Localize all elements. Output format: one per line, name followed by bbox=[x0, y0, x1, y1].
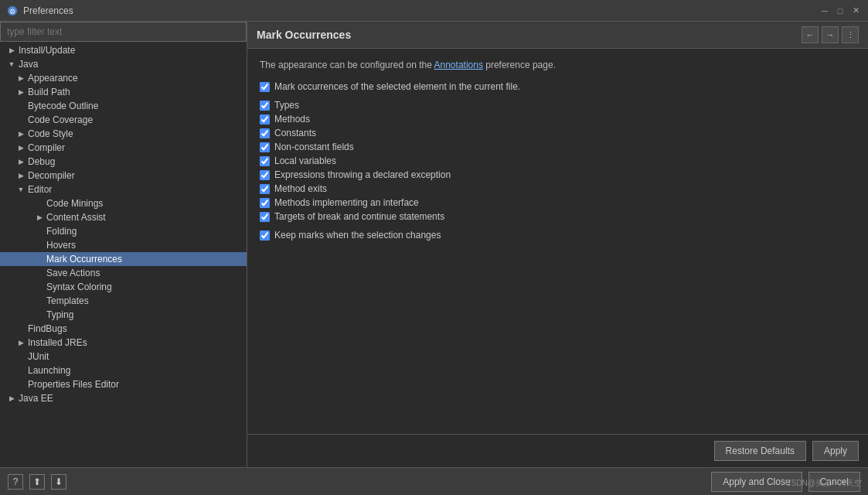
tree-area: ▶Install/Update▼Java▶Appearance▶Build Pa… bbox=[0, 42, 247, 467]
expand-icon: ▼ bbox=[15, 186, 26, 193]
sidebar-item-label: Installed JREs bbox=[28, 337, 87, 348]
sidebar-item-appearance[interactable]: ▶Appearance bbox=[0, 71, 247, 85]
sidebar-item-label: Folding bbox=[46, 226, 77, 237]
sidebar-item-label: Syntax Coloring bbox=[46, 282, 112, 292]
panel-title: Mark Occurrences bbox=[257, 29, 351, 41]
sidebar-item-save-actions[interactable]: Save Actions bbox=[0, 266, 247, 280]
sidebar-item-label: Appearance bbox=[28, 73, 78, 84]
back-button[interactable]: ← bbox=[802, 26, 819, 43]
sidebar-item-typing[interactable]: Typing bbox=[0, 308, 247, 322]
sidebar-item-code-style[interactable]: ▶Code Style bbox=[0, 127, 247, 141]
sidebar-item-java[interactable]: ▼Java bbox=[0, 57, 247, 71]
sidebar-item-code-minings[interactable]: Code Minings bbox=[0, 196, 247, 210]
sidebar-item-label: Install/Update bbox=[19, 45, 75, 56]
checkbox-targets-of-break[interactable] bbox=[260, 212, 270, 222]
checkbox-label-expressions-throwing[interactable]: Expressions throwing a declared exceptio… bbox=[274, 169, 451, 180]
checkbox-methods[interactable] bbox=[260, 114, 270, 125]
sidebar-item-label: Templates bbox=[46, 295, 89, 306]
checkbox-types[interactable] bbox=[260, 101, 270, 111]
keep-marks-label[interactable]: Keep marks when the selection changes bbox=[274, 230, 441, 241]
checkbox-label-non-constant-fields[interactable]: Non-constant fields bbox=[274, 142, 354, 152]
main-content: ▶Install/Update▼Java▶Appearance▶Build Pa… bbox=[0, 22, 868, 467]
annotations-link[interactable]: Annotations bbox=[434, 60, 483, 70]
sidebar-item-label: Bytecode Outline bbox=[28, 101, 98, 111]
main-occurrences-label[interactable]: Mark occurrences of the selected element… bbox=[274, 81, 520, 92]
checkbox-label-methods[interactable]: Methods bbox=[274, 114, 310, 125]
sidebar-item-label: Compiler bbox=[28, 142, 65, 153]
restore-defaults-button[interactable]: Restore Defaults bbox=[714, 441, 806, 461]
checkbox-constants[interactable] bbox=[260, 128, 270, 138]
sidebar-item-mark-occurrences[interactable]: Mark Occurrences bbox=[0, 252, 247, 266]
panel-footer: Restore Defaults Apply bbox=[247, 434, 868, 467]
forward-button[interactable]: → bbox=[822, 26, 839, 43]
export-icon[interactable]: ⬇ bbox=[51, 474, 66, 490]
sidebar-item-installed-jres[interactable]: ▶Installed JREs bbox=[0, 336, 247, 350]
sidebar-item-editor[interactable]: ▼Editor bbox=[0, 183, 247, 196]
help-icon[interactable]: ? bbox=[8, 474, 23, 490]
import-icon[interactable]: ⬆ bbox=[29, 474, 45, 490]
sidebar-item-label: Properties Files Editor bbox=[28, 379, 119, 390]
checkbox-label-types[interactable]: Types bbox=[274, 100, 299, 111]
sidebar-item-folding[interactable]: Folding bbox=[0, 224, 247, 238]
sidebar-item-label: Mark Occurrences bbox=[46, 254, 122, 265]
expand-icon: ▶ bbox=[15, 88, 26, 96]
right-panel: Mark Occurrences ← → ⋮ The appearance ca… bbox=[247, 22, 868, 467]
checkbox-method-exits[interactable] bbox=[260, 184, 270, 194]
restore-button[interactable]: □ bbox=[834, 5, 846, 17]
sidebar-item-templates[interactable]: Templates bbox=[0, 294, 247, 308]
sidebar-item-label: Java EE bbox=[19, 393, 53, 404]
svg-text:⚙: ⚙ bbox=[9, 8, 15, 15]
close-button[interactable]: ✕ bbox=[849, 5, 862, 17]
sidebar-item-hovers[interactable]: Hovers bbox=[0, 238, 247, 252]
menu-button[interactable]: ⋮ bbox=[842, 26, 859, 43]
sidebar-item-label: Editor bbox=[28, 184, 52, 195]
checkbox-label-targets-of-break[interactable]: Targets of break and continue statements bbox=[274, 211, 444, 222]
sidebar-item-decompiler[interactable]: ▶Decompiler bbox=[0, 169, 247, 183]
expand-icon: ▶ bbox=[15, 144, 26, 152]
sidebar-item-install-update[interactable]: ▶Install/Update bbox=[0, 43, 247, 57]
sidebar-item-compiler[interactable]: ▶Compiler bbox=[0, 141, 247, 155]
sidebar-item-launching[interactable]: Launching bbox=[0, 364, 247, 377]
sidebar: ▶Install/Update▼Java▶Appearance▶Build Pa… bbox=[0, 22, 247, 467]
minimize-button[interactable]: ─ bbox=[819, 5, 831, 17]
checkbox-row-methods: Methods bbox=[260, 114, 856, 125]
filter-input[interactable] bbox=[0, 22, 247, 42]
checkbox-methods-implementing[interactable] bbox=[260, 198, 270, 208]
bottom-left-icons: ? ⬆ ⬇ bbox=[8, 474, 66, 490]
checkbox-label-methods-implementing[interactable]: Methods implementing an interface bbox=[274, 197, 419, 208]
sidebar-item-findbugs[interactable]: FindBugs bbox=[0, 322, 247, 336]
checkbox-local-variables[interactable] bbox=[260, 156, 270, 166]
main-occurrences-checkbox[interactable] bbox=[260, 82, 270, 92]
sidebar-item-label: Hovers bbox=[46, 240, 76, 251]
sidebar-item-content-assist[interactable]: ▶Content Assist bbox=[0, 210, 247, 224]
sidebar-item-debug[interactable]: ▶Debug bbox=[0, 155, 247, 169]
checkbox-row-targets-of-break: Targets of break and continue statements bbox=[260, 211, 856, 222]
sidebar-item-label: Save Actions bbox=[46, 268, 100, 278]
sidebar-item-java-ee[interactable]: ▶Java EE bbox=[0, 391, 247, 405]
sidebar-item-label: Debug bbox=[28, 156, 55, 167]
expand-icon: ▼ bbox=[6, 60, 17, 68]
checkbox-label-constants[interactable]: Constants bbox=[274, 128, 316, 138]
window-title: Preferences bbox=[23, 5, 819, 16]
sidebar-item-label: Java bbox=[19, 59, 38, 70]
sidebar-item-code-coverage[interactable]: Code Coverage bbox=[0, 113, 247, 127]
sidebar-item-build-path[interactable]: ▶Build Path bbox=[0, 85, 247, 99]
expand-icon: ▶ bbox=[15, 172, 26, 179]
checkboxes-container: TypesMethodsConstantsNon-constant fields… bbox=[260, 100, 856, 222]
app-icon: ⚙ bbox=[6, 5, 19, 17]
watermark: CSDN@头上一片天空 bbox=[786, 478, 863, 489]
checkbox-expressions-throwing[interactable] bbox=[260, 170, 270, 180]
sidebar-item-properties-files-editor[interactable]: Properties Files Editor bbox=[0, 377, 247, 391]
expand-icon: ▶ bbox=[15, 339, 26, 346]
sidebar-item-junit[interactable]: JUnit bbox=[0, 350, 247, 364]
checkbox-non-constant-fields[interactable] bbox=[260, 142, 270, 152]
sidebar-item-bytecode-outline[interactable]: Bytecode Outline bbox=[0, 99, 247, 113]
expand-icon: ▶ bbox=[6, 46, 17, 54]
checkbox-label-local-variables[interactable]: Local variables bbox=[274, 155, 336, 166]
sidebar-item-syntax-coloring[interactable]: Syntax Coloring bbox=[0, 280, 247, 294]
expand-icon: ▶ bbox=[15, 130, 26, 138]
keep-marks-checkbox[interactable] bbox=[260, 230, 270, 241]
titlebar: ⚙ Preferences ─ □ ✕ bbox=[0, 0, 868, 22]
apply-button[interactable]: Apply bbox=[812, 441, 859, 461]
checkbox-label-method-exits[interactable]: Method exits bbox=[274, 183, 327, 194]
